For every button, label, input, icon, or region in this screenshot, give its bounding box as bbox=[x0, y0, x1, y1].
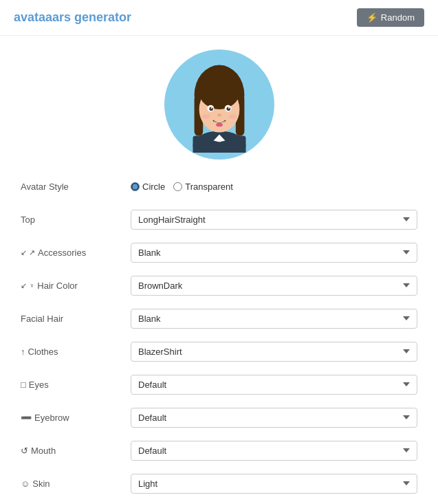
top-row: Top LongHairStraight NoHair Hat ShortHai… bbox=[21, 206, 417, 232]
skin-icon: ☺ bbox=[21, 479, 30, 489]
eyebrow-label: ➖ Eyebrow bbox=[21, 413, 131, 423]
hair-color-label-text: Hair Color bbox=[37, 281, 78, 291]
eyebrow-select[interactable]: Angry Default DefaultNatural RaisedExcit… bbox=[131, 408, 417, 428]
facial-hair-row: Facial Hair Blank BeardMedium BeardLight… bbox=[21, 305, 417, 331]
eyes-icon: □ bbox=[21, 380, 26, 390]
facial-hair-select-wrapper: Blank BeardMedium BeardLight MoustacheFa… bbox=[131, 309, 417, 329]
avatar-circle bbox=[164, 50, 274, 160]
clothes-select-wrapper: BlazerShirt BlazerSweater Hoodie ShirtCr… bbox=[131, 342, 417, 362]
hair-color-label: ↙ ♀ Hair Color bbox=[21, 281, 131, 291]
clothes-label: ↑ Clothes bbox=[21, 347, 131, 357]
avatar-style-transparent-option[interactable]: Transparent bbox=[173, 182, 233, 192]
avatar-style-transparent-radio[interactable] bbox=[173, 182, 182, 191]
app-title: avataaars generator bbox=[14, 10, 131, 25]
facial-hair-select[interactable]: Blank BeardMedium BeardLight MoustacheFa… bbox=[131, 309, 417, 329]
accessories-select[interactable]: Blank Kurt Prescription01 Sunglasses bbox=[131, 243, 417, 263]
svg-point-22 bbox=[229, 114, 237, 119]
skin-select-wrapper: Tanned Yellow Pale Light Brown DarkBrown… bbox=[131, 474, 417, 494]
accessories-label: ↙ ↗ Accessories bbox=[21, 248, 131, 258]
eyes-select-wrapper: Close Default Happy Wink bbox=[131, 375, 417, 395]
eyes-row: □ Eyes Close Default Happy Wink bbox=[21, 371, 417, 397]
hair-color-select[interactable]: Auburn Black Blonde Brown BrownDark Red bbox=[131, 276, 417, 296]
accessories-label-text: Accessories bbox=[38, 248, 86, 258]
svg-point-18 bbox=[228, 107, 229, 109]
avatar-style-circle-radio[interactable] bbox=[131, 182, 140, 191]
accessories-icon: ↙ ↗ bbox=[21, 248, 35, 257]
mouth-row: ↺ Mouth Concerned Default Smile Tongue bbox=[21, 437, 417, 463]
eyes-label: □ Eyes bbox=[21, 380, 131, 390]
random-button-label: Random bbox=[381, 12, 415, 23]
clothes-row: ↑ Clothes BlazerShirt BlazerSweater Hood… bbox=[21, 338, 417, 364]
facial-hair-label-text: Facial Hair bbox=[21, 314, 63, 324]
top-label: Top bbox=[21, 215, 131, 225]
random-button[interactable]: ⚡ Random bbox=[357, 8, 424, 27]
eyes-select[interactable]: Close Default Happy Wink bbox=[131, 375, 417, 395]
mouth-select-wrapper: Concerned Default Smile Tongue bbox=[131, 441, 417, 461]
svg-rect-11 bbox=[206, 103, 215, 105]
mouth-icon: ↺ bbox=[21, 446, 28, 456]
avatar-area bbox=[0, 36, 438, 166]
top-label-text: Top bbox=[21, 215, 35, 225]
svg-point-17 bbox=[210, 107, 212, 109]
random-icon: ⚡ bbox=[366, 12, 377, 23]
clothes-label-text: Clothes bbox=[28, 347, 58, 357]
eyebrow-icon: ➖ bbox=[21, 413, 32, 423]
accessories-select-wrapper: Blank Kurt Prescription01 Sunglasses bbox=[131, 243, 417, 263]
hair-color-row: ↙ ♀ Hair Color Auburn Black Blonde Brown… bbox=[21, 272, 417, 298]
avatar-style-circle-label: Circle bbox=[142, 182, 165, 192]
facial-hair-label: Facial Hair bbox=[21, 314, 131, 324]
top-select[interactable]: LongHairStraight NoHair Hat ShortHairSho… bbox=[131, 210, 417, 230]
clothes-select[interactable]: BlazerShirt BlazerSweater Hoodie ShirtCr… bbox=[131, 342, 417, 362]
mouth-label-text: Mouth bbox=[31, 446, 56, 456]
avatar-svg bbox=[171, 56, 267, 153]
avatar-style-row: Avatar Style Circle Transparent bbox=[21, 173, 417, 199]
svg-point-10 bbox=[200, 76, 239, 102]
top-select-wrapper: LongHairStraight NoHair Hat ShortHairSho… bbox=[131, 210, 417, 230]
svg-point-20 bbox=[216, 123, 223, 127]
skin-select[interactable]: Tanned Yellow Pale Light Brown DarkBrown… bbox=[131, 474, 417, 494]
skin-label-text: Skin bbox=[32, 479, 50, 489]
skin-label: ☺ Skin bbox=[21, 479, 131, 489]
header: avataaars generator ⚡ Random bbox=[0, 0, 438, 36]
controls-area: Avatar Style Circle Transparent Top Long… bbox=[0, 166, 438, 504]
eyes-label-text: Eyes bbox=[29, 380, 49, 390]
mouth-select[interactable]: Concerned Default Smile Tongue bbox=[131, 441, 417, 461]
accessories-row: ↙ ↗ Accessories Blank Kurt Prescription0… bbox=[21, 239, 417, 265]
svg-point-21 bbox=[201, 114, 209, 119]
eyebrow-select-wrapper: Angry Default DefaultNatural RaisedExcit… bbox=[131, 408, 417, 428]
mouth-label: ↺ Mouth bbox=[21, 446, 131, 456]
skin-row: ☺ Skin Tanned Yellow Pale Light Brown Da… bbox=[21, 470, 417, 496]
eyebrow-row: ➖ Eyebrow Angry Default DefaultNatural R… bbox=[21, 404, 417, 430]
svg-point-19 bbox=[217, 113, 221, 116]
avatar-style-circle-option[interactable]: Circle bbox=[131, 182, 165, 192]
eyebrow-label-text: Eyebrow bbox=[34, 413, 69, 423]
avatar-style-options: Circle Transparent bbox=[131, 182, 417, 192]
hair-color-select-wrapper: Auburn Black Blonde Brown BrownDark Red bbox=[131, 276, 417, 296]
avatar-style-transparent-label: Transparent bbox=[185, 182, 233, 192]
hair-color-icon: ↙ ♀ bbox=[21, 281, 34, 290]
clothes-icon: ↑ bbox=[21, 347, 25, 357]
avatar-style-label: Avatar Style bbox=[21, 182, 131, 192]
svg-rect-12 bbox=[224, 103, 233, 105]
